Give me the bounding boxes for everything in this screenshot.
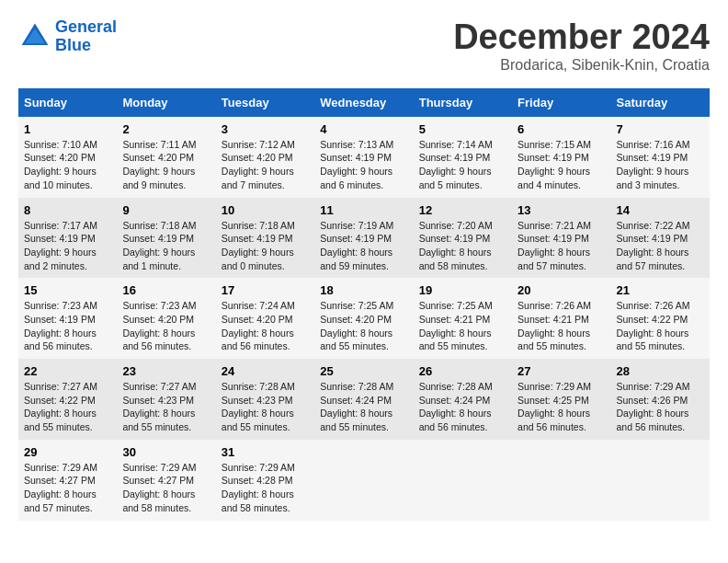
logo-text: General Blue [55, 18, 117, 55]
logo-icon [18, 20, 51, 53]
day-info: Sunrise: 7:11 AMSunset: 4:20 PMDaylight:… [122, 139, 196, 190]
day-info: Sunrise: 7:29 AMSunset: 4:25 PMDaylight:… [518, 381, 591, 432]
day-info: Sunrise: 7:12 AMSunset: 4:20 PMDaylight:… [222, 139, 295, 190]
day-number: 9 [122, 203, 210, 217]
day-info: Sunrise: 7:25 AMSunset: 4:21 PMDaylight:… [419, 300, 493, 351]
calendar-cell: 27Sunrise: 7:29 AMSunset: 4:25 PMDayligh… [512, 359, 610, 440]
day-number: 18 [320, 283, 407, 297]
calendar-cell: 4Sunrise: 7:13 AMSunset: 4:19 PMDaylight… [314, 117, 413, 198]
day-number: 16 [122, 283, 210, 297]
calendar-cell: 12Sunrise: 7:20 AMSunset: 4:19 PMDayligh… [414, 198, 512, 279]
calendar-cell: 10Sunrise: 7:18 AMSunset: 4:19 PMDayligh… [216, 198, 314, 279]
calendar-cell: 11Sunrise: 7:19 AMSunset: 4:19 PMDayligh… [314, 198, 413, 279]
header-row: SundayMondayTuesdayWednesdayThursdayFrid… [18, 88, 710, 117]
calendar-cell: 16Sunrise: 7:23 AMSunset: 4:20 PMDayligh… [117, 278, 215, 359]
week-row-5: 29Sunrise: 7:29 AMSunset: 4:27 PMDayligh… [18, 440, 710, 521]
day-number: 11 [320, 203, 407, 217]
day-info: Sunrise: 7:13 AMSunset: 4:19 PMDaylight:… [320, 139, 393, 190]
column-header-wednesday: Wednesday [314, 88, 413, 117]
day-info: Sunrise: 7:10 AMSunset: 4:20 PMDaylight:… [24, 139, 97, 190]
day-info: Sunrise: 7:25 AMSunset: 4:20 PMDaylight:… [320, 300, 393, 351]
calendar-cell: 26Sunrise: 7:28 AMSunset: 4:24 PMDayligh… [414, 359, 512, 440]
day-number: 17 [222, 283, 309, 297]
calendar-cell: 14Sunrise: 7:22 AMSunset: 4:19 PMDayligh… [611, 198, 710, 279]
title-area: December 2024 Brodarica, Sibenik-Knin, C… [453, 18, 710, 74]
day-number: 6 [518, 122, 605, 136]
calendar-table: SundayMondayTuesdayWednesdayThursdayFrid… [18, 88, 710, 521]
week-row-3: 15Sunrise: 7:23 AMSunset: 4:19 PMDayligh… [18, 278, 710, 359]
day-number: 23 [122, 364, 210, 378]
day-number: 4 [320, 122, 407, 136]
day-info: Sunrise: 7:26 AMSunset: 4:22 PMDaylight:… [617, 300, 690, 351]
column-header-saturday: Saturday [611, 88, 710, 117]
day-number: 12 [419, 203, 506, 217]
calendar-cell: 24Sunrise: 7:28 AMSunset: 4:23 PMDayligh… [216, 359, 314, 440]
day-info: Sunrise: 7:29 AMSunset: 4:27 PMDaylight:… [24, 462, 97, 513]
day-info: Sunrise: 7:29 AMSunset: 4:26 PMDaylight:… [617, 381, 690, 432]
calendar-cell: 21Sunrise: 7:26 AMSunset: 4:22 PMDayligh… [611, 278, 710, 359]
location-subtitle: Brodarica, Sibenik-Knin, Croatia [453, 57, 710, 74]
day-number: 7 [617, 122, 704, 136]
week-row-2: 8Sunrise: 7:17 AMSunset: 4:19 PMDaylight… [18, 198, 710, 279]
day-number: 5 [419, 122, 506, 136]
day-number: 2 [122, 122, 210, 136]
calendar-cell: 5Sunrise: 7:14 AMSunset: 4:19 PMDaylight… [414, 117, 512, 198]
calendar-cell: 7Sunrise: 7:16 AMSunset: 4:19 PMDaylight… [611, 117, 710, 198]
calendar-cell [414, 440, 512, 521]
column-header-sunday: Sunday [18, 88, 117, 117]
day-number: 25 [320, 364, 407, 378]
day-number: 24 [222, 364, 309, 378]
day-info: Sunrise: 7:28 AMSunset: 4:24 PMDaylight:… [320, 381, 393, 432]
column-header-friday: Friday [512, 88, 610, 117]
day-info: Sunrise: 7:28 AMSunset: 4:24 PMDaylight:… [419, 381, 493, 432]
day-info: Sunrise: 7:18 AMSunset: 4:19 PMDaylight:… [122, 220, 196, 271]
calendar-cell: 15Sunrise: 7:23 AMSunset: 4:19 PMDayligh… [18, 278, 117, 359]
day-number: 15 [24, 283, 111, 297]
column-header-monday: Monday [117, 88, 215, 117]
day-info: Sunrise: 7:19 AMSunset: 4:19 PMDaylight:… [320, 220, 393, 271]
day-number: 20 [518, 283, 605, 297]
day-info: Sunrise: 7:24 AMSunset: 4:20 PMDaylight:… [222, 300, 295, 351]
day-number: 27 [518, 364, 605, 378]
day-number: 14 [617, 203, 704, 217]
day-number: 31 [222, 445, 309, 459]
day-info: Sunrise: 7:18 AMSunset: 4:19 PMDaylight:… [222, 220, 295, 271]
calendar-cell: 25Sunrise: 7:28 AMSunset: 4:24 PMDayligh… [314, 359, 413, 440]
column-header-thursday: Thursday [414, 88, 512, 117]
day-info: Sunrise: 7:20 AMSunset: 4:19 PMDaylight:… [419, 220, 493, 271]
day-info: Sunrise: 7:23 AMSunset: 4:19 PMDaylight:… [24, 300, 97, 351]
day-number: 1 [24, 122, 111, 136]
day-number: 26 [419, 364, 506, 378]
day-info: Sunrise: 7:21 AMSunset: 4:19 PMDaylight:… [518, 220, 591, 271]
calendar-cell: 20Sunrise: 7:26 AMSunset: 4:21 PMDayligh… [512, 278, 610, 359]
calendar-cell: 22Sunrise: 7:27 AMSunset: 4:22 PMDayligh… [18, 359, 117, 440]
week-row-1: 1Sunrise: 7:10 AMSunset: 4:20 PMDaylight… [18, 117, 710, 198]
day-info: Sunrise: 7:22 AMSunset: 4:19 PMDaylight:… [617, 220, 690, 271]
day-number: 29 [24, 445, 111, 459]
calendar-cell: 29Sunrise: 7:29 AMSunset: 4:27 PMDayligh… [18, 440, 117, 521]
day-number: 10 [222, 203, 309, 217]
month-title: December 2024 [453, 18, 710, 57]
day-info: Sunrise: 7:29 AMSunset: 4:27 PMDaylight:… [122, 462, 196, 513]
day-number: 19 [419, 283, 506, 297]
day-number: 28 [617, 364, 704, 378]
day-info: Sunrise: 7:17 AMSunset: 4:19 PMDaylight:… [24, 220, 97, 271]
calendar-cell: 18Sunrise: 7:25 AMSunset: 4:20 PMDayligh… [314, 278, 413, 359]
day-number: 13 [518, 203, 605, 217]
calendar-cell: 28Sunrise: 7:29 AMSunset: 4:26 PMDayligh… [611, 359, 710, 440]
day-number: 21 [617, 283, 704, 297]
day-number: 30 [122, 445, 210, 459]
day-info: Sunrise: 7:27 AMSunset: 4:23 PMDaylight:… [122, 381, 196, 432]
calendar-cell: 19Sunrise: 7:25 AMSunset: 4:21 PMDayligh… [414, 278, 512, 359]
day-info: Sunrise: 7:29 AMSunset: 4:28 PMDaylight:… [222, 462, 295, 513]
calendar-cell: 6Sunrise: 7:15 AMSunset: 4:19 PMDaylight… [512, 117, 610, 198]
day-info: Sunrise: 7:26 AMSunset: 4:21 PMDaylight:… [518, 300, 591, 351]
day-info: Sunrise: 7:15 AMSunset: 4:19 PMDaylight:… [518, 139, 591, 190]
day-info: Sunrise: 7:23 AMSunset: 4:20 PMDaylight:… [122, 300, 196, 351]
day-info: Sunrise: 7:14 AMSunset: 4:19 PMDaylight:… [419, 139, 493, 190]
day-number: 22 [24, 364, 111, 378]
calendar-cell: 9Sunrise: 7:18 AMSunset: 4:19 PMDaylight… [117, 198, 215, 279]
calendar-cell: 23Sunrise: 7:27 AMSunset: 4:23 PMDayligh… [117, 359, 215, 440]
calendar-cell [611, 440, 710, 521]
calendar-cell [314, 440, 413, 521]
